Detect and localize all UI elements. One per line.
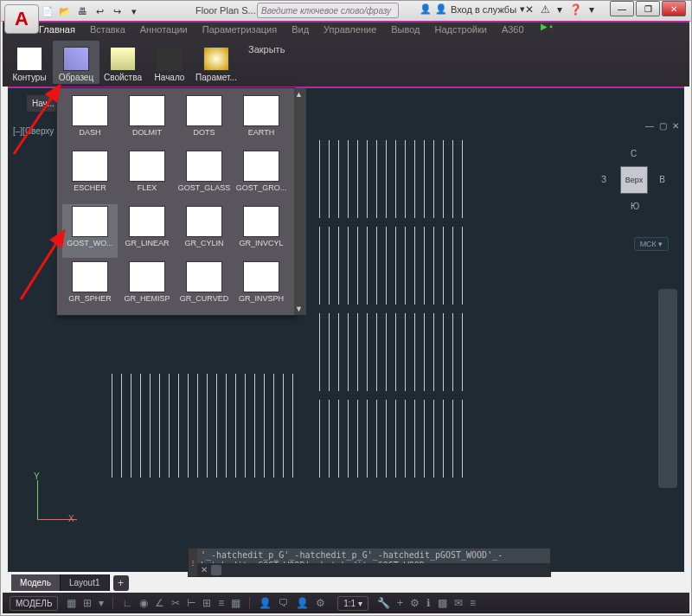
pattern-gr_invsph[interactable]: GR_INVSPH — [234, 260, 289, 313]
tab-overflow-icon[interactable]: ▶ ▪ — [541, 22, 553, 39]
qat-redo-icon[interactable]: ↪ — [110, 4, 124, 18]
viewport-max-icon[interactable]: ▢ — [659, 121, 667, 131]
quick-access-toolbar: 📄 📂 🖶 ↩ ↪ ▾ — [41, 4, 141, 18]
tab-view[interactable]: Вид — [290, 22, 311, 39]
pattern-thumb — [243, 95, 279, 126]
status-mid-icon[interactable]: ∠ — [155, 597, 164, 609]
close-editor-button[interactable]: Закрыть — [248, 44, 285, 55]
pattern-dots[interactable]: DOTS — [176, 93, 232, 147]
maximize-button[interactable]: ❐ — [636, 1, 660, 16]
search-input[interactable] — [257, 3, 399, 18]
tab-addins[interactable]: Надстройки — [433, 22, 489, 39]
gallery-scrollbar[interactable] — [294, 88, 306, 315]
status-right-icon[interactable]: ⚙ — [410, 597, 420, 609]
tab-a360[interactable]: A360 — [500, 22, 526, 39]
sign-in[interactable]: 👤 👤 Вход в службы ▾ — [420, 3, 525, 15]
contour-icon — [16, 47, 42, 71]
pattern-label: DASH — [79, 128, 100, 137]
pattern-gr_cylin[interactable]: GR_CYLIN — [176, 204, 232, 258]
app-menu-button[interactable]: A — [4, 4, 39, 34]
viewcube-south[interactable]: Ю — [631, 202, 639, 211]
status-left-icon[interactable]: ▦ — [67, 597, 76, 609]
pattern-gr_linear[interactable]: GR_LINEAR — [119, 204, 175, 258]
status-mid-icon[interactable]: ≡ — [218, 597, 224, 609]
status-right-icon[interactable]: ⚙ — [316, 597, 325, 609]
status-mid-icon[interactable]: ⊞ — [202, 597, 211, 609]
close-button[interactable]: ✕ — [662, 1, 686, 16]
pattern-dash[interactable]: DASH — [62, 93, 118, 147]
pattern-gr_invcyl[interactable]: GR_INVCYL — [234, 204, 289, 258]
qat-new-icon[interactable]: 📄 — [41, 4, 54, 18]
ribbon-label: Свойства — [104, 73, 142, 82]
tab-home[interactable]: Главная — [37, 22, 77, 39]
ribbon-orig-button[interactable]: Начало — [146, 41, 193, 84]
warn-icon[interactable]: ⚠ — [541, 3, 550, 16]
pattern-label: GOST_GRO... — [236, 183, 287, 192]
command-line[interactable]: ⋮ '_-hatchedit_p_G'_-hatchedit_p_G'_-hat… — [188, 548, 551, 577]
help-icon[interactable]: ❓ — [569, 3, 582, 16]
qat-print-icon[interactable]: 🖶 — [75, 4, 89, 18]
ribbon-label: Начало — [155, 73, 185, 82]
qat-more-icon[interactable]: ▾ — [127, 4, 141, 18]
cmd-prompt-icon — [211, 565, 221, 575]
chevron-down-icon[interactable]: ▾ — [589, 3, 594, 16]
navigation-bar[interactable] — [658, 289, 677, 488]
viewport-close-icon[interactable]: ✕ — [672, 121, 679, 131]
status-mid-icon[interactable]: ▦ — [231, 597, 240, 609]
qat-open-icon[interactable]: 📂 — [58, 4, 72, 18]
status-right-icon[interactable]: + — [397, 597, 403, 609]
pattern-flex[interactable]: FLEX — [119, 149, 175, 202]
viewcube-west[interactable]: З — [601, 175, 606, 184]
layout-tab[interactable]: Модель — [11, 574, 61, 591]
status-right-icon[interactable]: 🔧 — [377, 597, 390, 609]
status-right-icon[interactable]: 👤 — [259, 597, 272, 609]
pattern-dolmit[interactable]: DOLMIT — [119, 93, 175, 147]
qat-undo-icon[interactable]: ↩ — [93, 4, 106, 18]
viewcube-face[interactable]: Верх — [620, 166, 648, 194]
pattern-label: GR_CURVED — [180, 294, 228, 303]
ribbon-contour-button[interactable]: Контуры — [6, 41, 53, 84]
pattern-thumb — [72, 206, 108, 237]
status-mid-icon[interactable]: ◉ — [139, 597, 148, 609]
tab-manage[interactable]: Управление — [322, 22, 378, 39]
tab-annotate[interactable]: Аннотации — [138, 22, 189, 39]
exchange-icon[interactable]: ✕ — [525, 3, 534, 16]
status-right-icon[interactable]: ▩ — [438, 597, 447, 609]
minimize-button[interactable]: — — [610, 1, 634, 16]
pattern-earth[interactable]: EARTH — [234, 93, 289, 147]
pattern-gr_curved[interactable]: GR_CURVED — [176, 260, 232, 313]
status-mid-icon[interactable]: ∟ — [122, 597, 132, 609]
view-cube[interactable]: С В Ю З Верх — [601, 147, 665, 211]
viewcube-north[interactable]: С — [631, 149, 637, 158]
status-mid-icon[interactable]: ✂ — [171, 597, 180, 609]
pattern-gr_hemisp[interactable]: GR_HEMISP — [119, 260, 175, 313]
add-layout-button[interactable]: + — [113, 575, 129, 591]
ucs-selector[interactable]: МСК ▾ — [634, 237, 669, 251]
tab-output[interactable]: Вывод — [389, 22, 421, 39]
status-left-icon[interactable]: ▾ — [99, 597, 104, 609]
status-right-icon[interactable]: ✉ — [454, 597, 463, 609]
status-mid-icon[interactable]: ⊢ — [187, 597, 195, 609]
cmd-close-icon[interactable]: ✕ — [201, 565, 208, 574]
viewcube-east[interactable]: В — [659, 175, 665, 184]
model-space-button[interactable]: МОДЕЛЬ — [10, 596, 58, 611]
viewport-min-icon[interactable]: — — [645, 121, 654, 131]
tab-insert[interactable]: Вставка — [88, 22, 127, 39]
tab-parametrize[interactable]: Параметризация — [201, 22, 279, 39]
pattern-thumb — [243, 261, 279, 292]
ribbon-param-button[interactable]: Парамет... — [193, 41, 240, 84]
pattern-gost_gro...[interactable]: GOST_GRO... — [234, 149, 289, 202]
status-right-icon[interactable]: 👤 — [296, 597, 309, 609]
chevron-down-icon[interactable]: ▾ — [557, 3, 562, 16]
ribbon-props-button[interactable]: Свойства — [99, 41, 146, 84]
scale-button[interactable]: 1:1 ▾ — [337, 596, 368, 611]
ribbon-pattern-button[interactable]: Образец — [53, 41, 99, 84]
status-right-icon[interactable]: 🗨 — [279, 597, 289, 609]
pattern-gost_glass[interactable]: GOST_GLASS — [176, 149, 232, 202]
layout-tab[interactable]: Layout1 — [61, 574, 110, 591]
status-left-icon[interactable]: ⊞ — [83, 597, 92, 609]
pattern-escher[interactable]: ESCHER — [62, 149, 118, 202]
cmd-grip-icon[interactable]: ⋮ — [189, 549, 197, 576]
status-right-icon[interactable]: ℹ — [426, 597, 431, 609]
status-right-icon[interactable]: ≡ — [470, 597, 476, 609]
